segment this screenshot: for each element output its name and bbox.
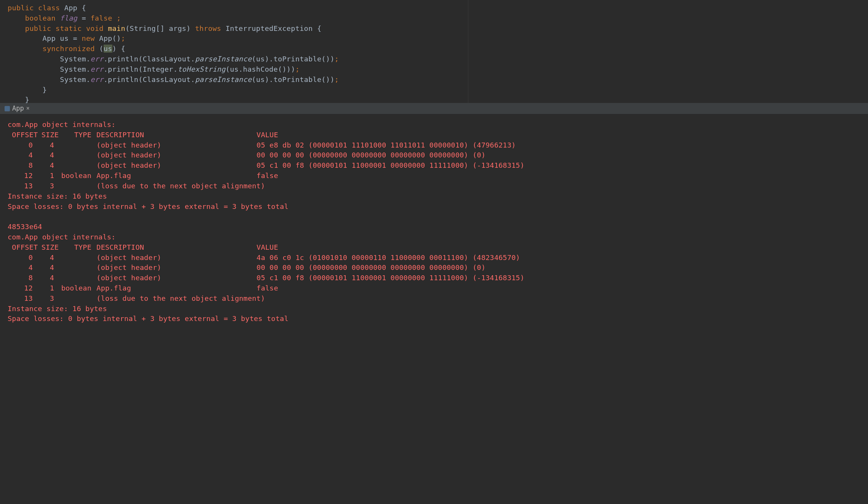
console-row: 44 (object header)00 00 00 00 (00000000 …	[8, 263, 868, 273]
console-row: 84 (object header)05 c1 00 f8 (00000101 …	[8, 161, 868, 171]
code-editor[interactable]: public class App { boolean flag = false …	[0, 0, 868, 103]
code-line[interactable]: System.err.println(ClassLayout.parseInst…	[8, 75, 868, 85]
console-header-row: OFFSET SIZETYPE DESCRIPTIONVALUE	[8, 242, 868, 253]
close-icon[interactable]: ×	[26, 104, 30, 113]
code-line[interactable]: }	[8, 85, 868, 95]
code-line[interactable]: public static void main(String[] args) t…	[8, 24, 868, 34]
console-row: 04 (object header)05 e8 db 02 (00000101 …	[8, 140, 868, 151]
console-line: 48533e64	[8, 222, 868, 232]
console-line: com.App object internals:	[8, 232, 868, 242]
code-line[interactable]: }	[8, 95, 868, 105]
code-line[interactable]: App us = new App();	[8, 34, 868, 44]
console-row: 121boolean App.flagfalse	[8, 171, 868, 181]
console-line: Space losses: 0 bytes internal + 3 bytes…	[8, 314, 868, 324]
code-line[interactable]: synchronized (us) {	[8, 44, 868, 54]
code-line[interactable]: public class App {	[8, 3, 868, 13]
console-row: 04 (object header)4a 06 c0 1c (01001010 …	[8, 253, 868, 263]
console-line: com.App object internals:	[8, 120, 868, 130]
console-row: 84 (object header)05 c1 00 f8 (00000101 …	[8, 273, 868, 283]
run-config-icon	[5, 106, 10, 111]
console-line: Instance size: 16 bytes	[8, 191, 868, 202]
console-line: Instance size: 16 bytes	[8, 304, 868, 314]
console-row: 121boolean App.flagfalse	[8, 283, 868, 294]
console-line: Space losses: 0 bytes internal + 3 bytes…	[8, 202, 868, 212]
console-row: 133 (loss due to the next object alignme…	[8, 181, 868, 191]
console-output[interactable]: com.App object internals: OFFSET SIZETYP…	[0, 114, 868, 324]
console-row: 133 (loss due to the next object alignme…	[8, 294, 868, 304]
right-margin-guide	[468, 0, 468, 103]
console-header-row: OFFSET SIZETYPE DESCRIPTIONVALUE	[8, 130, 868, 140]
console-row: 44 (object header)00 00 00 00 (00000000 …	[8, 150, 868, 161]
code-line[interactable]: boolean flag = false ;	[8, 13, 868, 24]
code-line[interactable]: System.err.println(ClassLayout.parseInst…	[8, 54, 868, 64]
code-line[interactable]: System.err.println(Integer.toHexString(u…	[8, 64, 868, 75]
